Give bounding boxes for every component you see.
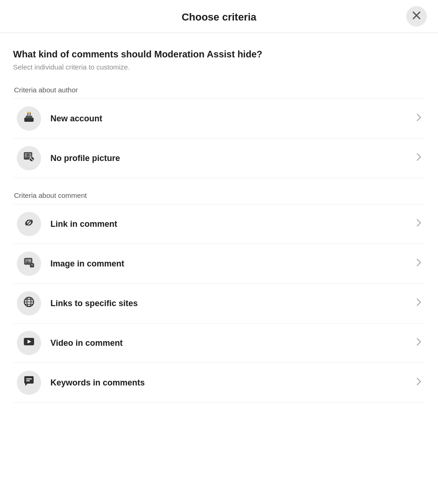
- modal-header: Choose criteria: [0, 0, 438, 33]
- svg-rect-31: [26, 380, 30, 381]
- criteria-item-link-in-comment[interactable]: Link in comment: [13, 204, 425, 244]
- video-icon-container: [17, 331, 41, 355]
- cake-icon: [23, 111, 35, 126]
- svg-point-9: [29, 112, 31, 113]
- keywords-icon: [23, 375, 35, 390]
- svg-point-8: [28, 112, 29, 113]
- criteria-item-no-profile-picture[interactable]: No profile picture: [13, 139, 425, 178]
- image-icon-container: [17, 252, 41, 276]
- criteria-item-links-to-specific-sites[interactable]: Links to specific sites: [13, 284, 425, 323]
- chevron-icon-link: [417, 219, 421, 229]
- no-profile-icon: [23, 151, 35, 166]
- modal-title: Choose criteria: [182, 11, 256, 23]
- link-icon-container: [17, 212, 41, 236]
- keywords-icon-container: [17, 371, 41, 395]
- chevron-icon-sites: [417, 298, 421, 308]
- chevron-icon-image: [417, 259, 421, 269]
- sub-text: Select individual criteria to customize.: [13, 63, 425, 71]
- main-question: What kind of comments should Moderation …: [13, 48, 425, 60]
- criteria-item-new-account[interactable]: New account: [13, 98, 425, 139]
- modal-container: Choose criteria What kind of comments sh…: [0, 0, 438, 429]
- chevron-icon-no-profile: [417, 153, 421, 163]
- new-account-icon-container: [17, 106, 41, 131]
- new-account-label: New account: [50, 114, 413, 124]
- svg-rect-2: [24, 118, 34, 122]
- link-in-comment-label: Link in comment: [50, 219, 413, 229]
- svg-rect-3: [26, 116, 32, 118]
- image-icon: [23, 256, 35, 271]
- author-section-label: Criteria about author: [13, 86, 425, 94]
- modal-content: What kind of comments should Moderation …: [0, 33, 438, 429]
- video-icon: [23, 336, 35, 350]
- svg-point-19: [29, 259, 31, 261]
- comment-criteria-list: Link in comment: [13, 204, 425, 403]
- svg-rect-30: [26, 378, 32, 379]
- criteria-item-image-in-comment[interactable]: Image in comment: [13, 244, 425, 284]
- image-in-comment-label: Image in comment: [50, 259, 413, 269]
- close-icon: [412, 11, 421, 22]
- svg-point-12: [27, 154, 29, 156]
- close-button[interactable]: [406, 6, 427, 27]
- author-criteria-list: New account: [13, 98, 425, 178]
- criteria-item-keywords-in-comments[interactable]: Keywords in comments: [13, 363, 425, 403]
- no-profile-picture-icon-container: [17, 146, 41, 170]
- video-in-comment-label: Video in comment: [50, 338, 413, 348]
- keywords-in-comments-label: Keywords in comments: [50, 378, 413, 388]
- link-icon: [23, 217, 35, 231]
- globe-icon-container: [17, 291, 41, 315]
- globe-icon: [23, 296, 35, 311]
- chevron-icon-video: [417, 338, 421, 348]
- no-profile-picture-label: No profile picture: [50, 154, 413, 163]
- comment-section-label: Criteria about comment: [13, 191, 425, 199]
- chevron-icon-keywords: [417, 378, 421, 388]
- criteria-item-video-in-comment[interactable]: Video in comment: [13, 323, 425, 363]
- chevron-icon-new-account: [417, 113, 421, 124]
- links-to-specific-sites-label: Links to specific sites: [50, 299, 413, 308]
